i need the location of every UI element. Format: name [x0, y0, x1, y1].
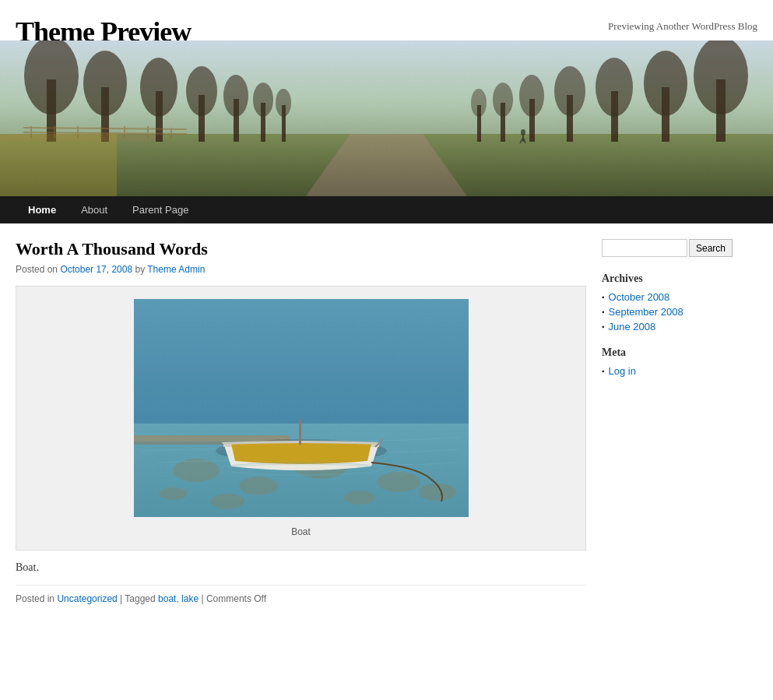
post-author-link[interactable]: Theme Admin	[147, 264, 205, 275]
post-image-svg	[134, 299, 469, 517]
post-title: Worth A Thousand Words	[16, 239, 586, 259]
archive-item-sep2008: September 2008	[602, 306, 757, 318]
svg-point-21	[644, 51, 687, 116]
svg-point-13	[223, 75, 248, 117]
sidebar: Search Archives October 2008 September 2…	[602, 239, 757, 604]
svg-point-25	[554, 66, 585, 116]
nav-item-about[interactable]: About	[69, 196, 120, 223]
hero-image	[0, 40, 773, 196]
post-image-caption: Boat	[29, 526, 573, 537]
nav-bar: Home About Parent Page	[0, 196, 773, 223]
post-image-container: Boat	[16, 286, 586, 551]
comments-label: | Comments Off	[201, 593, 266, 604]
meta-list: Log in	[602, 365, 757, 377]
svg-point-31	[471, 89, 487, 117]
search-input[interactable]	[602, 239, 687, 257]
post-footer: Posted in Uncategorized | Tagged boat, l…	[16, 585, 586, 604]
nav-link-home[interactable]: Home	[16, 196, 69, 223]
tag2-link[interactable]: lake	[181, 593, 199, 604]
svg-point-52	[210, 494, 244, 509]
svg-rect-32	[0, 134, 117, 196]
search-button[interactable]: Search	[689, 239, 733, 257]
login-link[interactable]: Log in	[609, 365, 636, 377]
archive-link-sep2008[interactable]: September 2008	[609, 306, 683, 318]
svg-point-7	[83, 51, 127, 116]
archive-item-oct2008: October 2008	[602, 291, 757, 303]
posted-on-label: Posted on	[16, 264, 58, 275]
nav-item-home[interactable]: Home	[16, 196, 69, 223]
svg-point-11	[186, 66, 217, 116]
by-label: by	[135, 264, 147, 275]
sidebar-search: Search	[602, 239, 757, 257]
svg-point-54	[159, 487, 187, 500]
meta-heading: Meta	[602, 346, 757, 359]
post-content: Boat.	[16, 561, 586, 574]
svg-point-48	[173, 459, 220, 482]
main-content: Worth A Thousand Words Posted on October…	[16, 239, 586, 604]
svg-point-29	[493, 83, 513, 117]
hero-svg	[0, 40, 773, 196]
category-link[interactable]: Uncategorized	[57, 593, 117, 604]
svg-point-27	[519, 75, 544, 117]
sidebar-meta-section: Meta Log in	[602, 346, 757, 377]
post-date-link[interactable]: October 17, 2008	[60, 264, 132, 275]
post-article: Worth A Thousand Words Posted on October…	[16, 239, 586, 604]
svg-point-15	[253, 83, 273, 117]
svg-rect-59	[299, 420, 301, 445]
archives-list: October 2008 September 2008 June 2008	[602, 291, 757, 332]
nav-item-parent-page[interactable]: Parent Page	[120, 196, 201, 223]
svg-point-42	[521, 129, 525, 135]
posted-in-label: Posted in	[16, 593, 57, 604]
svg-point-17	[276, 89, 291, 117]
svg-point-53	[344, 491, 375, 505]
tag1-link[interactable]: boat	[158, 593, 176, 604]
post-text: Boat.	[16, 561, 586, 574]
nav-link-parent-page[interactable]: Parent Page	[120, 196, 201, 223]
content-wrapper: Worth A Thousand Words Posted on October…	[0, 223, 773, 620]
nav-link-about[interactable]: About	[69, 196, 120, 223]
svg-rect-43	[522, 135, 524, 142]
archives-heading: Archives	[602, 273, 757, 285]
svg-point-9	[140, 58, 177, 117]
site-header: Theme Preview Previewing Another WordPre…	[0, 0, 773, 40]
archive-item-jun2008: June 2008	[602, 321, 757, 332]
archive-link-oct2008[interactable]: October 2008	[609, 291, 670, 303]
tagged-label: | Tagged	[120, 593, 158, 604]
post-meta: Posted on October 17, 2008 by Theme Admi…	[16, 264, 586, 275]
archive-link-jun2008[interactable]: June 2008	[609, 321, 656, 332]
svg-point-23	[596, 58, 633, 117]
meta-item-login: Log in	[602, 365, 757, 377]
sidebar-archives-section: Archives October 2008 September 2008 Jun…	[602, 273, 757, 332]
